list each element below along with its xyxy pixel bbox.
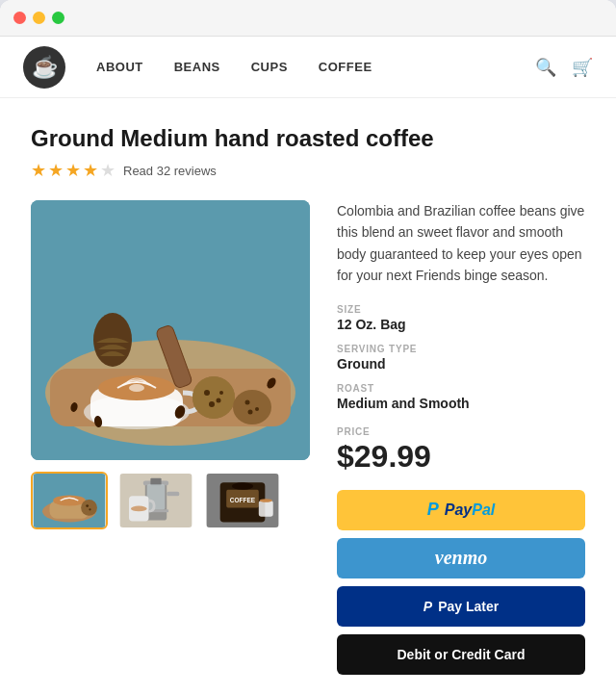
svg-point-16 bbox=[248, 410, 253, 415]
paypal-p-icon: P bbox=[427, 500, 439, 520]
svg-rect-36 bbox=[147, 484, 166, 509]
paypal-label: PayPal bbox=[445, 501, 495, 519]
nav-actions: 🔍 🛒 bbox=[535, 57, 593, 78]
venmo-button[interactable]: venmo bbox=[337, 538, 585, 578]
product-left: COFFEE bbox=[31, 200, 310, 675]
thumbnail-1[interactable] bbox=[31, 472, 108, 529]
nav-links: ABOUT BEANS CUPS COFFEE bbox=[96, 60, 535, 74]
svg-point-15 bbox=[255, 407, 259, 411]
nav-cups[interactable]: CUPS bbox=[251, 60, 288, 74]
price-row: PRICE $29.99 bbox=[337, 426, 585, 475]
venmo-label: venmo bbox=[435, 547, 487, 569]
thumbnail-3[interactable]: COFFEE bbox=[204, 472, 281, 529]
svg-point-47 bbox=[260, 499, 272, 502]
navbar: ☕ ABOUT BEANS CUPS COFFEE 🔍 🛒 bbox=[0, 37, 616, 98]
svg-point-9 bbox=[204, 390, 210, 396]
svg-point-28 bbox=[81, 500, 97, 516]
serving-value: Ground bbox=[337, 356, 585, 372]
serving-label: SERVING TYPE bbox=[337, 344, 585, 354]
star-4: ★ bbox=[83, 160, 98, 181]
close-button[interactable] bbox=[13, 12, 26, 24]
reviews-link[interactable]: Read 32 reviews bbox=[123, 164, 217, 178]
thumbnails: COFFEE bbox=[31, 472, 310, 529]
traffic-lights bbox=[13, 12, 64, 24]
svg-point-29 bbox=[86, 504, 89, 507]
paypal-button[interactable]: P PayPal bbox=[337, 490, 585, 530]
size-label: SIZE bbox=[337, 304, 585, 315]
svg-point-14 bbox=[245, 400, 250, 405]
svg-point-10 bbox=[217, 398, 221, 403]
size-row: SIZE 12 Oz. Bag bbox=[337, 304, 585, 332]
roast-label: ROAST bbox=[337, 383, 585, 394]
nav-beans[interactable]: BEANS bbox=[174, 60, 220, 74]
product-description: Colombia and Brazilian coffee beans give… bbox=[337, 200, 585, 287]
svg-rect-34 bbox=[150, 478, 161, 485]
nav-about[interactable]: ABOUT bbox=[96, 60, 143, 74]
browser-window: ☕ ABOUT BEANS CUPS COFFEE 🔍 🛒 Ground Med… bbox=[0, 0, 616, 694]
rating-row: ★ ★ ★ ★ ★ Read 32 reviews bbox=[31, 160, 585, 181]
star-1: ★ bbox=[31, 160, 46, 181]
star-2: ★ bbox=[48, 160, 64, 181]
payment-buttons: P PayPal venmo P Pay Later Debit or Cr bbox=[337, 490, 585, 675]
svg-rect-37 bbox=[167, 492, 179, 497]
minimize-button[interactable] bbox=[33, 12, 45, 24]
svg-text:COFFEE: COFFEE bbox=[230, 497, 256, 503]
price-label: PRICE bbox=[337, 426, 585, 437]
product-grid: COFFEE Colombia and Brazilian coffee bea… bbox=[31, 200, 585, 675]
product-right: Colombia and Brazilian coffee beans give… bbox=[337, 200, 585, 675]
product-title: Ground Medium hand roasted coffee bbox=[31, 125, 585, 152]
svg-point-45 bbox=[232, 482, 253, 489]
roast-row: ROAST Medium and Smooth bbox=[337, 383, 585, 411]
paylater-p-icon: P bbox=[424, 599, 432, 614]
star-3: ★ bbox=[65, 160, 81, 181]
svg-point-6 bbox=[129, 384, 144, 392]
svg-point-30 bbox=[89, 508, 90, 510]
main-content: Ground Medium hand roasted coffee ★ ★ ★ … bbox=[0, 98, 616, 694]
logo[interactable]: ☕ bbox=[23, 46, 65, 89]
search-icon[interactable]: 🔍 bbox=[535, 57, 556, 78]
svg-point-13 bbox=[233, 390, 271, 424]
serving-row: SERVING TYPE Ground bbox=[337, 344, 585, 372]
card-button[interactable]: Debit or Credit Card bbox=[337, 634, 585, 675]
star-5: ★ bbox=[100, 160, 116, 181]
cart-icon[interactable]: 🛒 bbox=[572, 57, 593, 78]
svg-point-11 bbox=[209, 401, 215, 407]
card-label: Debit or Credit Card bbox=[397, 647, 525, 662]
logo-icon: ☕ bbox=[32, 55, 58, 80]
star-rating: ★ ★ ★ ★ ★ bbox=[31, 160, 116, 181]
roast-value: Medium and Smooth bbox=[337, 396, 585, 411]
main-product-image[interactable] bbox=[31, 200, 310, 460]
size-value: 12 Oz. Bag bbox=[337, 317, 585, 332]
titlebar bbox=[0, 0, 616, 37]
svg-point-8 bbox=[192, 376, 235, 419]
svg-point-39 bbox=[131, 506, 147, 512]
paylater-button[interactable]: P Pay Later bbox=[337, 586, 585, 627]
maximize-button[interactable] bbox=[52, 12, 64, 24]
svg-point-27 bbox=[53, 495, 86, 505]
product-price: $29.99 bbox=[337, 439, 585, 475]
svg-point-12 bbox=[219, 391, 223, 395]
nav-coffee[interactable]: COFFEE bbox=[319, 60, 372, 74]
paylater-label: Pay Later bbox=[438, 599, 499, 614]
svg-rect-46 bbox=[259, 501, 273, 517]
thumbnail-2[interactable] bbox=[117, 472, 194, 529]
